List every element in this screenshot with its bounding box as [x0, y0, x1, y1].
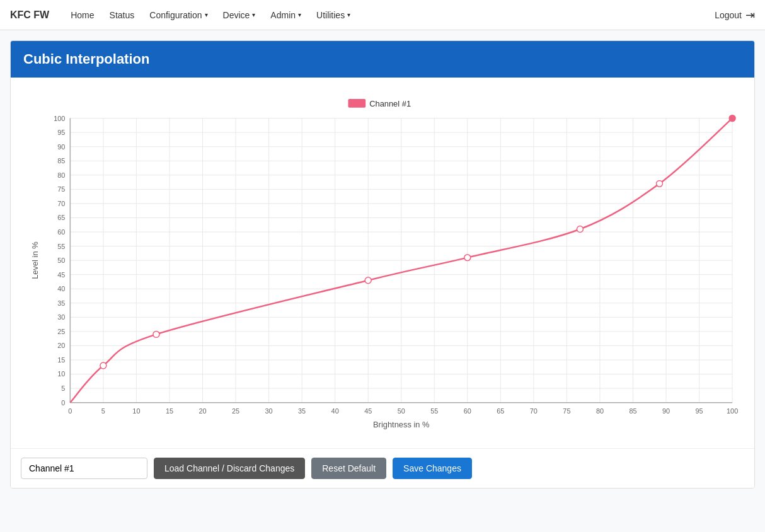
svg-point-89	[153, 331, 159, 337]
svg-text:10: 10	[57, 371, 65, 378]
svg-text:95: 95	[696, 407, 703, 415]
svg-text:100: 100	[54, 115, 65, 122]
svg-text:75: 75	[57, 185, 65, 193]
svg-text:65: 65	[57, 214, 65, 221]
svg-text:5: 5	[101, 407, 105, 415]
nav-configuration[interactable]: Configuration ▾	[143, 6, 214, 24]
nav-device[interactable]: Device ▾	[217, 6, 262, 24]
page-header: Cubic Interpolation	[11, 41, 754, 78]
svg-text:0: 0	[61, 399, 65, 407]
svg-point-88	[100, 362, 106, 369]
channel-input[interactable]	[21, 458, 147, 479]
svg-point-91	[464, 255, 471, 261]
svg-point-92	[577, 226, 583, 233]
svg-text:30: 30	[265, 407, 273, 415]
brand: KFC FW	[10, 9, 49, 21]
svg-point-93	[657, 180, 663, 187]
logout-icon: ⇥	[745, 8, 755, 22]
svg-text:35: 35	[298, 407, 306, 415]
svg-text:50: 50	[57, 257, 65, 264]
svg-text:90: 90	[662, 407, 670, 415]
svg-text:55: 55	[430, 407, 438, 415]
svg-text:35: 35	[57, 299, 65, 307]
nav-utilities[interactable]: Utilities ▾	[310, 6, 357, 24]
svg-text:60: 60	[57, 228, 65, 236]
svg-text:25: 25	[232, 407, 239, 415]
chart-svg: Channel #1 05101520253035404550556065707…	[23, 90, 742, 440]
svg-text:5: 5	[61, 385, 65, 392]
svg-text:15: 15	[57, 356, 65, 364]
svg-text:65: 65	[497, 407, 504, 415]
svg-text:20: 20	[198, 407, 206, 415]
svg-text:100: 100	[727, 407, 738, 415]
svg-text:40: 40	[57, 285, 65, 292]
svg-text:45: 45	[57, 271, 65, 279]
svg-text:Brightness in %: Brightness in %	[373, 420, 429, 429]
svg-text:Level in %: Level in %	[30, 241, 40, 279]
nav-items: Home Status Configuration ▾ Device ▾ Adm…	[64, 6, 715, 24]
nav-admin[interactable]: Admin ▾	[264, 6, 308, 24]
svg-text:70: 70	[530, 407, 538, 415]
svg-text:50: 50	[398, 407, 405, 415]
svg-text:75: 75	[563, 407, 570, 415]
save-changes-button[interactable]: Save Changes	[393, 458, 472, 479]
svg-text:85: 85	[629, 407, 636, 415]
svg-text:10: 10	[132, 407, 140, 415]
logout-button[interactable]: Logout ⇥	[715, 8, 755, 22]
svg-text:45: 45	[364, 407, 372, 415]
page-card: Cubic Interpolation Channel #1 051015202…	[10, 40, 755, 489]
legend-color	[348, 99, 365, 108]
svg-text:30: 30	[57, 313, 65, 321]
reset-default-button[interactable]: Reset Default	[311, 458, 386, 479]
svg-text:60: 60	[464, 407, 471, 415]
svg-text:70: 70	[57, 200, 65, 207]
svg-text:15: 15	[166, 407, 173, 415]
main-content: Cubic Interpolation Channel #1 051015202…	[0, 30, 765, 499]
toolbar: Load Channel / Discard Changes Reset Def…	[11, 448, 754, 488]
svg-text:20: 20	[57, 342, 65, 349]
svg-text:90: 90	[57, 143, 65, 151]
chevron-down-icon: ▾	[347, 11, 350, 18]
svg-text:80: 80	[596, 407, 604, 415]
page-title: Cubic Interpolation	[23, 51, 742, 67]
svg-text:25: 25	[57, 328, 65, 335]
svg-text:80: 80	[57, 171, 65, 179]
chevron-down-icon: ▾	[252, 11, 255, 18]
svg-text:95: 95	[57, 129, 65, 136]
load-discard-button[interactable]: Load Channel / Discard Changes	[154, 458, 305, 479]
svg-point-94	[729, 115, 735, 122]
navbar: KFC FW Home Status Configuration ▾ Devic…	[0, 0, 765, 30]
svg-point-90	[365, 277, 371, 284]
legend-label: Channel #1	[369, 99, 411, 108]
svg-text:40: 40	[331, 407, 339, 415]
svg-text:85: 85	[57, 157, 65, 165]
svg-text:55: 55	[57, 243, 65, 250]
chevron-down-icon: ▾	[298, 11, 301, 18]
svg-text:0: 0	[68, 407, 72, 415]
nav-home[interactable]: Home	[64, 6, 100, 24]
chart-container: Channel #1 05101520253035404550556065707…	[11, 78, 754, 448]
chevron-down-icon: ▾	[205, 11, 208, 18]
nav-status[interactable]: Status	[103, 6, 141, 24]
